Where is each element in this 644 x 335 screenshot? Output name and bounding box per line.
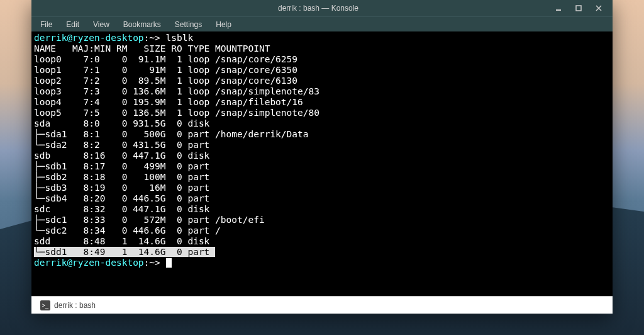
output-line: loop1 7:1 0 91M 1 loop /snap/core/6350: [34, 65, 297, 75]
output-line: loop2 7:2 0 89.5M 1 loop /snap/core/6130: [34, 76, 297, 86]
minimize-icon: [555, 5, 562, 11]
terminal-viewport[interactable]: derrik@ryzen-desktop:~> lsblk NAME MAJ:M…: [31, 31, 613, 296]
window-title: derrik : bash — Konsole: [88, 4, 548, 13]
svg-rect-0: [556, 9, 561, 11]
output-line: loop0 7:0 0 91.1M 1 loop /snap/core/6259: [34, 54, 297, 64]
output-line: └─sdb4 8:20 0 446.5G 0 part: [34, 193, 215, 203]
menubar: File Edit View Bookmarks Settings Help: [31, 16, 613, 31]
prompt-path: :~>: [144, 33, 160, 43]
output-line: ├─sdb2 8:18 0 100M 0 part: [34, 172, 215, 182]
output-line: sdd 8:48 1 14.6G 0 disk: [34, 236, 215, 246]
output-line: sdc 8:32 0 447.1G 0 disk: [34, 204, 215, 214]
output-line: loop5 7:5 0 136.5M 1 loop /snap/simpleno…: [34, 108, 319, 118]
prompt: derrik@ryzen-desktop: [34, 33, 144, 43]
output-line: └─sdc2 8:34 0 446.6G 0 part /: [34, 225, 221, 236]
titlebar[interactable]: derrik : bash — Konsole: [31, 0, 613, 16]
titlebar-controls: [548, 0, 609, 16]
tab-current[interactable]: >_ derrik : bash: [35, 299, 101, 312]
cursor: [166, 258, 172, 268]
svg-rect-1: [576, 6, 581, 11]
maximize-button[interactable]: [569, 0, 589, 16]
output-header: NAME MAJ:MIN RM SIZE RO TYPE MOUNTPOINT: [34, 43, 270, 54]
output-line-highlighted: └─sdd1 8:49 1 14.6G 0 part: [34, 247, 215, 257]
konsole-window: derrik : bash — Konsole File Edit View B…: [31, 0, 613, 314]
tab-label: derrik : bash: [54, 301, 96, 310]
menu-settings[interactable]: Settings: [169, 18, 208, 31]
output-line: ├─sdb1 8:17 0 499M 0 part: [34, 161, 215, 171]
minimize-button[interactable]: [548, 0, 569, 16]
output-line: sdb 8:16 0 447.1G 0 disk: [34, 150, 215, 161]
prompt: derrik@ryzen-desktop: [34, 258, 144, 268]
close-button[interactable]: [589, 0, 609, 16]
prompt-path: :~>: [144, 258, 166, 268]
close-icon: [596, 5, 602, 11]
tab-bar: >_ derrik : bash: [31, 296, 613, 314]
maximize-icon: [575, 5, 582, 11]
menu-view[interactable]: View: [87, 18, 116, 31]
menu-help[interactable]: Help: [209, 18, 238, 31]
menu-edit[interactable]: Edit: [60, 18, 86, 31]
menu-file[interactable]: File: [34, 18, 58, 31]
output-line: loop3 7:3 0 136.6M 1 loop /snap/simpleno…: [34, 86, 319, 96]
output-line: ├─sdb3 8:19 0 16M 0 part: [34, 183, 215, 193]
terminal-icon: >_: [40, 300, 50, 310]
command-text: lsblk: [160, 33, 193, 43]
output-line: ├─sdc1 8:33 0 572M 0 part /boot/efi: [34, 215, 265, 225]
output-line: sda 8:0 0 931.5G 0 disk: [34, 118, 215, 128]
menu-bookmarks[interactable]: Bookmarks: [117, 18, 167, 31]
output-line: loop4 7:4 0 195.9M 1 loop /snap/filebot/…: [34, 97, 303, 107]
output-line: └─sda2 8:2 0 431.5G 0 part: [34, 140, 215, 150]
output-line: ├─sda1 8:1 0 500G 0 part /home/derrik/Da…: [34, 129, 309, 139]
